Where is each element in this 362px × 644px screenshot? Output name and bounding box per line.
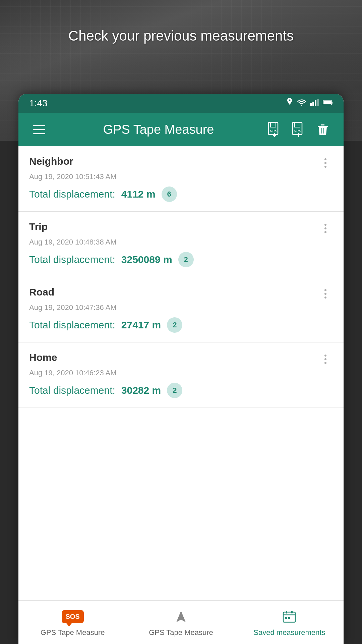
status-time: 1:43 [29, 98, 48, 109]
item-date: Aug 19, 2020 10:46:23 AM [29, 369, 333, 377]
nav-item-saved[interactable]: Saved measurements [235, 601, 344, 644]
displacement-badge: 2 [178, 252, 194, 267]
item-date: Aug 19, 2020 10:48:38 AM [29, 238, 333, 247]
export-gpx-icon: GPX [292, 122, 305, 137]
bottom-nav: SOS GPS Tape Measure GPS Tape Measure [18, 600, 344, 644]
navigation-icon-wrap [172, 608, 190, 626]
displacement-value: 27417 m [121, 319, 161, 331]
save-gpx-icon: GPX [268, 122, 281, 137]
dot [324, 358, 326, 360]
displacement-badge: 2 [167, 383, 182, 398]
location-icon [286, 98, 293, 109]
item-displacement: Total displacement: 27417 m 2 [29, 317, 333, 333]
item-displacement: Total displacement: 30282 m 2 [29, 383, 333, 398]
hamburger-line-1 [33, 125, 45, 126]
item-name: Trip [29, 221, 48, 232]
toolbar: GPS Tape Measure GPX GPX [18, 113, 344, 146]
displacement-badge: 2 [167, 317, 182, 333]
background-tagline: Check your previous measurements [0, 27, 362, 45]
phone-frame: 1:43 [18, 94, 344, 644]
measurements-list: Neighbor Aug 19, 2020 10:51:43 AM Total … [18, 146, 344, 600]
svg-rect-3 [317, 99, 319, 106]
dot [324, 166, 326, 168]
svg-rect-15 [285, 617, 287, 619]
dot [324, 158, 326, 160]
status-bar: 1:43 [18, 94, 344, 113]
sos-badge: SOS [62, 610, 84, 623]
svg-rect-14 [291, 611, 293, 613]
svg-rect-5 [331, 102, 333, 104]
dot [324, 289, 326, 291]
trash-icon [317, 123, 329, 136]
toolbar-actions: GPX GPX [263, 118, 334, 141]
dot [324, 355, 326, 357]
signal-icon [310, 99, 319, 108]
svg-rect-0 [310, 103, 312, 106]
hamburger-line-2 [33, 129, 45, 130]
nav-label-gps: GPS Tape Measure [41, 628, 105, 637]
nav-label-saved: Saved measurements [253, 628, 325, 637]
item-name: Home [29, 352, 57, 363]
item-name: Road [29, 286, 54, 298]
displacement-label: Total displacement: [29, 189, 115, 200]
displacement-label: Total displacement: [29, 254, 115, 265]
item-header: Home [29, 352, 333, 367]
dot [324, 231, 326, 233]
dot [324, 297, 326, 299]
svg-rect-13 [286, 611, 287, 613]
hamburger-line-3 [33, 133, 45, 134]
dot [324, 293, 326, 295]
item-header: Road [29, 286, 333, 301]
displacement-label: Total displacement: [29, 319, 115, 331]
item-header: Trip [29, 221, 333, 236]
calendar-icon-wrap [281, 608, 298, 626]
displacement-value: 30282 m [121, 385, 161, 396]
svg-text:GPX: GPX [270, 129, 277, 132]
svg-marker-11 [176, 611, 186, 622]
displacement-label: Total displacement: [29, 385, 115, 396]
item-displacement: Total displacement: 3250089 m 2 [29, 252, 333, 267]
item-more-button[interactable] [318, 221, 333, 236]
nav-item-sos[interactable]: SOS GPS Tape Measure [18, 601, 127, 644]
svg-rect-2 [315, 100, 316, 106]
svg-rect-7 [268, 122, 278, 135]
measurement-item[interactable]: Trip Aug 19, 2020 10:48:38 AM Total disp… [18, 212, 344, 277]
calendar-icon [282, 609, 297, 624]
dot [324, 224, 326, 226]
navigation-icon [174, 609, 188, 624]
dot [324, 227, 326, 229]
dot [324, 362, 326, 364]
export-gpx-button[interactable]: GPX [287, 118, 310, 141]
item-more-button[interactable] [318, 352, 333, 367]
sos-icon-wrap: SOS [64, 608, 81, 626]
svg-rect-16 [288, 617, 290, 619]
measurement-item[interactable]: Road Aug 19, 2020 10:47:36 AM Total disp… [18, 277, 344, 342]
svg-rect-1 [312, 102, 314, 106]
menu-button[interactable] [28, 118, 51, 141]
displacement-value: 3250089 m [121, 254, 172, 265]
wifi-icon [297, 99, 306, 108]
item-name: Neighbor [29, 156, 73, 167]
svg-rect-9 [293, 122, 302, 135]
save-gpx-button[interactable]: GPX [263, 118, 286, 141]
item-header: Neighbor [29, 156, 333, 170]
item-more-button[interactable] [318, 156, 333, 170]
nav-label-nav: GPS Tape Measure [149, 628, 213, 637]
displacement-badge: 6 [162, 186, 177, 202]
measurement-item[interactable]: Neighbor Aug 19, 2020 10:51:43 AM Total … [18, 146, 344, 212]
status-icons [286, 98, 333, 109]
battery-icon [323, 99, 333, 108]
svg-rect-6 [323, 101, 331, 104]
nav-item-navigation[interactable]: GPS Tape Measure [127, 601, 235, 644]
svg-text:GPX: GPX [294, 129, 301, 132]
item-date: Aug 19, 2020 10:47:36 AM [29, 303, 333, 312]
measurement-item[interactable]: Home Aug 19, 2020 10:46:23 AM Total disp… [18, 342, 344, 408]
item-date: Aug 19, 2020 10:51:43 AM [29, 172, 333, 181]
dot [324, 162, 326, 164]
item-displacement: Total displacement: 4112 m 6 [29, 186, 333, 202]
toolbar-title: GPS Tape Measure [54, 122, 263, 137]
delete-button[interactable] [311, 118, 334, 141]
displacement-value: 4112 m [121, 189, 156, 200]
item-more-button[interactable] [318, 286, 333, 301]
